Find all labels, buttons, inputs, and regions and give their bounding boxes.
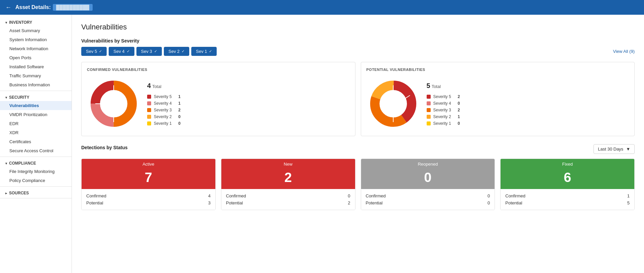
legend-color-swatch bbox=[147, 108, 151, 112]
sidebar-item-open-ports[interactable]: Open Ports bbox=[0, 53, 72, 62]
potential-donut bbox=[366, 77, 420, 130]
check-icon: ✓ bbox=[154, 49, 157, 54]
sidebar-item-system-information[interactable]: System Information bbox=[0, 35, 72, 44]
status-card-body: Confirmed 0 Potential 2 bbox=[221, 189, 355, 210]
legend-label: Severity 4 bbox=[154, 101, 172, 106]
page-title: Vulnerabilities bbox=[81, 23, 635, 31]
sidebar-item-business-information[interactable]: Business Information bbox=[0, 80, 72, 89]
status-card-row: Potential 0 bbox=[366, 199, 490, 206]
filter-btn-sev1[interactable]: Sev 1✓ bbox=[191, 47, 217, 56]
legend-value: 2 bbox=[454, 108, 460, 112]
filter-label: Sev 2 bbox=[169, 49, 180, 54]
legend-value: 0 bbox=[174, 114, 181, 119]
sidebar-item-installed-software[interactable]: Installed Software bbox=[0, 62, 72, 71]
sidebar-item-traffic-summary[interactable]: Traffic Summary bbox=[0, 71, 72, 80]
status-card-header: Reopened bbox=[361, 159, 495, 168]
filter-btn-sev5[interactable]: Sev 5✓ bbox=[81, 47, 107, 56]
filter-btn-sev4[interactable]: Sev 4✓ bbox=[109, 47, 134, 56]
sidebar-item-xdr[interactable]: XDR bbox=[0, 128, 72, 137]
sidebar-item-network-information[interactable]: Network Information bbox=[0, 44, 72, 53]
charts-row: CONFIRMED VULNERABILITIES bbox=[81, 62, 635, 136]
date-filter-label: Last 30 Days bbox=[598, 147, 623, 152]
status-row-value: 4 bbox=[208, 193, 211, 198]
status-row-value: 2 bbox=[348, 200, 350, 205]
status-cards: Active 7 Confirmed 4 Potential 3 New 2 C… bbox=[81, 159, 635, 210]
sidebar-item-asset-summary[interactable]: Asset Summary bbox=[0, 26, 72, 35]
status-card-body: Confirmed 4 Potential 3 bbox=[82, 189, 215, 210]
status-row-value: 3 bbox=[208, 200, 211, 205]
sidebar-item-vmdr-prioritization[interactable]: VMDR Prioritization bbox=[0, 110, 72, 119]
legend-item: Severity 5 1 bbox=[147, 94, 181, 99]
header: ← Asset Details: ██████████ bbox=[0, 0, 644, 15]
status-row-label: Potential bbox=[226, 200, 243, 205]
legend-total: 4Total bbox=[147, 82, 181, 90]
status-card-row: Confirmed 0 bbox=[226, 192, 350, 199]
legend-color-swatch bbox=[427, 115, 431, 119]
status-card-number: 6 bbox=[501, 168, 634, 189]
legend-value: 1 bbox=[174, 101, 181, 106]
potential-chart-title: POTENTIAL VULNERABILITIES bbox=[366, 68, 629, 72]
filter-btn-sev2[interactable]: Sev 2✓ bbox=[164, 47, 189, 56]
filter-label: Sev 3 bbox=[141, 49, 152, 54]
status-card-fixed: Fixed 6 Confirmed 1 Potential 5 bbox=[500, 159, 635, 210]
status-card-reopened: Reopened 0 Confirmed 0 Potential 0 bbox=[361, 159, 495, 210]
legend-label: Severity 5 bbox=[154, 94, 172, 99]
legend-item: Severity 1 0 bbox=[147, 121, 181, 126]
legend-value: 1 bbox=[454, 114, 460, 119]
sidebar-group-inventory[interactable]: ▾INVENTORY bbox=[0, 17, 72, 26]
back-button[interactable]: ← bbox=[5, 4, 11, 11]
legend-item: Severity 1 0 bbox=[427, 121, 460, 126]
check-icon: ✓ bbox=[182, 49, 185, 54]
sidebar-item-edr[interactable]: EDR bbox=[0, 119, 72, 128]
filter-label: Sev 4 bbox=[113, 49, 124, 54]
legend-value: 0 bbox=[174, 121, 181, 126]
status-row-value: 5 bbox=[627, 200, 630, 205]
check-icon: ✓ bbox=[209, 49, 212, 54]
legend-item: Severity 3 2 bbox=[427, 108, 460, 112]
main-content: Vulnerabilities Vulnerabilities by Sever… bbox=[72, 15, 644, 273]
confirmed-vulnerabilities-card: CONFIRMED VULNERABILITIES bbox=[81, 62, 355, 136]
status-card-new: New 2 Confirmed 0 Potential 2 bbox=[221, 159, 355, 210]
filter-btn-sev3[interactable]: Sev 3✓ bbox=[136, 47, 162, 56]
sidebar-group-label: INVENTORY bbox=[9, 20, 32, 25]
sidebar-divider bbox=[0, 91, 72, 91]
status-card-number: 0 bbox=[361, 168, 495, 189]
status-card-body: Confirmed 0 Potential 0 bbox=[361, 189, 495, 210]
legend-label: Severity 1 bbox=[154, 121, 172, 126]
legend-label: Severity 2 bbox=[433, 114, 451, 119]
status-card-header: New bbox=[221, 159, 355, 168]
legend-label: Severity 5 bbox=[433, 94, 451, 99]
status-row-label: Potential bbox=[86, 200, 103, 205]
sidebar-item-certificates[interactable]: Certificates bbox=[0, 137, 72, 146]
sidebar-group-compliance[interactable]: ▾COMPLIANCE bbox=[0, 158, 72, 167]
chevron-down-icon: ▼ bbox=[626, 147, 630, 152]
status-row-value: 0 bbox=[348, 193, 350, 198]
sidebar-group-label: SECURITY bbox=[9, 95, 29, 100]
status-card-row: Potential 3 bbox=[86, 199, 211, 206]
sidebar-group-sources[interactable]: ▸SOURCES bbox=[0, 188, 72, 197]
status-row-value: 0 bbox=[488, 200, 490, 205]
legend-color-swatch bbox=[427, 121, 431, 125]
status-row-label: Potential bbox=[505, 200, 522, 205]
status-row-label: Confirmed bbox=[366, 193, 386, 198]
header-title: Asset Details: bbox=[15, 4, 51, 10]
status-card-row: Potential 2 bbox=[226, 199, 350, 206]
sidebar-group-label: COMPLIANCE bbox=[9, 161, 36, 166]
check-icon: ✓ bbox=[99, 49, 102, 54]
status-card-header: Fixed bbox=[501, 159, 634, 168]
legend-value: 0 bbox=[454, 121, 460, 126]
sidebar-item-secure-access-control[interactable]: Secure Access Control bbox=[0, 146, 72, 155]
sidebar-item-policy-compliance[interactable]: Policy Compliance bbox=[0, 176, 72, 185]
chevron-icon: ▸ bbox=[5, 191, 7, 195]
legend-color-swatch bbox=[147, 95, 151, 99]
severity-filters: Sev 5✓Sev 4✓Sev 3✓Sev 2✓Sev 1✓View All (… bbox=[81, 47, 635, 56]
sidebar-item-file-integrity-monitoring[interactable]: File Integrity Monitoring bbox=[0, 167, 72, 176]
legend-color-swatch bbox=[427, 108, 431, 112]
view-all-link[interactable]: View All (9) bbox=[613, 49, 635, 54]
sidebar-item-vulnerabilities[interactable]: Vulnerabilities bbox=[0, 101, 72, 110]
sidebar-group-label: SOURCES bbox=[9, 191, 29, 195]
legend-label: Severity 1 bbox=[433, 121, 451, 126]
sidebar-group-security[interactable]: ▾SECURITY bbox=[0, 92, 72, 101]
legend-color-swatch bbox=[147, 121, 151, 125]
date-filter[interactable]: Last 30 Days ▼ bbox=[594, 144, 635, 154]
